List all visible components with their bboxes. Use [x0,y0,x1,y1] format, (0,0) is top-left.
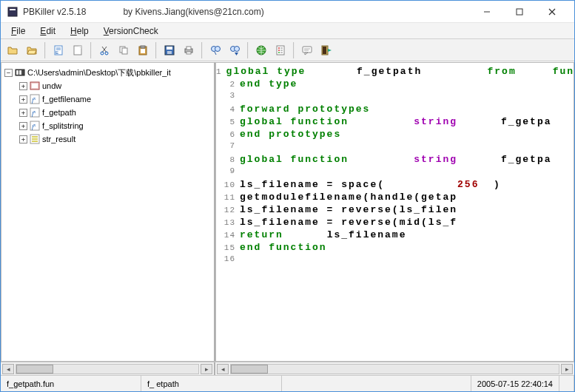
find-next-icon[interactable] [226,41,243,59]
document-icon[interactable]: E [50,41,67,59]
svg-marker-47 [328,49,332,52]
line-number: 11 [216,193,240,202]
svg-marker-32 [235,53,238,55]
expander-icon[interactable]: + [19,109,27,117]
code-line[interactable]: 11getmodulefilename(handle(getap [216,192,574,204]
svg-marker-42 [305,53,308,55]
code-line[interactable]: 12ls_filename = reverse(ls_filen [216,204,574,217]
expander-icon[interactable]: + [19,95,27,104]
tree-label: f_getfilename [42,95,91,104]
line-number: 14 [216,231,240,240]
window-title: PBKiller v2.5.18 [23,7,86,17]
svg-rect-61 [32,138,38,140]
tree-item[interactable]: +fxf_getpath [3,106,212,119]
scroll-right-icon[interactable]: ▸ [561,364,573,374]
svg-rect-52 [32,84,38,88]
scroll-thumb[interactable] [16,365,53,374]
svg-rect-49 [16,70,19,75]
tree-label: f_getpath [42,108,76,117]
options-icon[interactable] [272,41,289,59]
svg-text:E: E [56,50,58,55]
svg-rect-22 [167,47,172,50]
line-number: 7 [216,141,240,150]
code-text: ls_filename = reverse(mid(ls_f [240,217,457,228]
svg-rect-46 [323,47,326,54]
expander-icon[interactable]: − [4,69,13,77]
menu-edit[interactable]: Edit [34,24,61,38]
paste-icon[interactable] [134,41,152,59]
code-line[interactable]: 10ls_filename = space( 256 ) [216,179,574,192]
open-alt-icon[interactable] [23,41,41,59]
svg-rect-60 [32,136,38,138]
code-line[interactable]: 8global function string f_getpa [216,154,574,166]
copy-icon[interactable] [115,41,132,59]
code-text: forward prototypes [240,104,370,115]
tree-hscroll[interactable]: ◂ ▸ [1,362,215,375]
scroll-left-icon[interactable]: ◂ [2,364,14,374]
scroll-track[interactable] [16,364,199,374]
expander-icon[interactable]: + [19,122,27,130]
expander-icon[interactable]: + [19,82,27,90]
cut-icon[interactable] [95,41,113,59]
code-line[interactable]: 5global function string f_getpa [216,116,574,129]
app-icon [7,6,19,18]
svg-rect-41 [303,47,312,53]
open-icon[interactable] [4,41,21,59]
tree-item[interactable]: +fxf_getfilename [3,92,212,106]
window-author: by Kivens.Jiang(kivens@21cn.com) [123,7,263,17]
code-line[interactable]: 16 [216,254,574,267]
code-text: getmodulefilename(handle(getap [240,192,457,203]
tree-label: C:\Users\admin\Desktop\下载\pbkiller_it [27,67,171,78]
svg-rect-3 [517,9,522,15]
menu-versioncheck[interactable]: VersionCheck [98,24,164,38]
tree-pane[interactable]: −C:\Users\admin\Desktop\下载\pbkiller_it+u… [1,62,215,362]
new-icon[interactable] [69,41,87,59]
code-text: return ls_filename [240,229,406,240]
code-pane[interactable]: 1global type f_getpath from fun2end type… [215,62,574,362]
minimize-button[interactable] [471,1,503,22]
code-hscroll[interactable]: ◂ ▸ [215,362,574,375]
tree-item[interactable]: +str_result [3,132,212,146]
code-line[interactable]: 14return ls_filename [216,229,574,242]
expander-icon[interactable]: + [19,135,27,143]
struct-icon [29,133,41,145]
line-number: 9 [216,166,240,175]
find-icon[interactable] [206,41,224,59]
code-line[interactable]: 4forward prototypes [216,104,574,116]
library-icon [14,67,26,78]
line-number: 13 [216,218,240,227]
print-icon[interactable] [180,41,198,59]
svg-rect-50 [19,70,21,75]
code-line[interactable]: 7 [216,141,574,154]
tree-item[interactable]: +undw [3,79,212,92]
comment-icon[interactable] [298,41,316,59]
save-icon[interactable] [161,41,178,59]
exit-icon[interactable] [317,41,335,59]
tree-label: undw [42,81,61,90]
code-text: end type [240,78,297,89]
code-line[interactable]: 15end function [216,242,574,254]
scroll-thumb[interactable] [231,365,268,374]
tree-item[interactable]: +fxf_splitstring [3,119,212,132]
maximize-button[interactable] [503,1,536,22]
line-number: 2 [216,80,240,89]
tree-label: str_result [42,135,75,143]
web-icon[interactable] [252,41,270,59]
line-number: 6 [216,130,240,139]
menu-file[interactable]: File [5,24,31,38]
scroll-left-icon[interactable]: ◂ [217,364,229,374]
code-line[interactable]: 2end type [216,78,574,91]
code-line[interactable]: 9 [216,166,574,179]
tree-root[interactable]: −C:\Users\admin\Desktop\下载\pbkiller_it [3,66,212,79]
line-number: 10 [216,180,240,189]
code-line[interactable]: 3 [216,91,574,104]
menu-help[interactable]: Help [64,24,95,38]
svg-rect-25 [186,47,191,50]
code-line[interactable]: 1global type f_getpath from fun [216,66,574,78]
code-line[interactable]: 6end prototypes [216,129,574,141]
code-line[interactable]: 13ls_filename = reverse(mid(ls_f [216,217,574,229]
close-button[interactable] [536,1,568,22]
toolbar-separator [201,42,203,58]
scroll-track[interactable] [230,364,559,374]
scroll-right-icon[interactable]: ▸ [201,364,212,374]
